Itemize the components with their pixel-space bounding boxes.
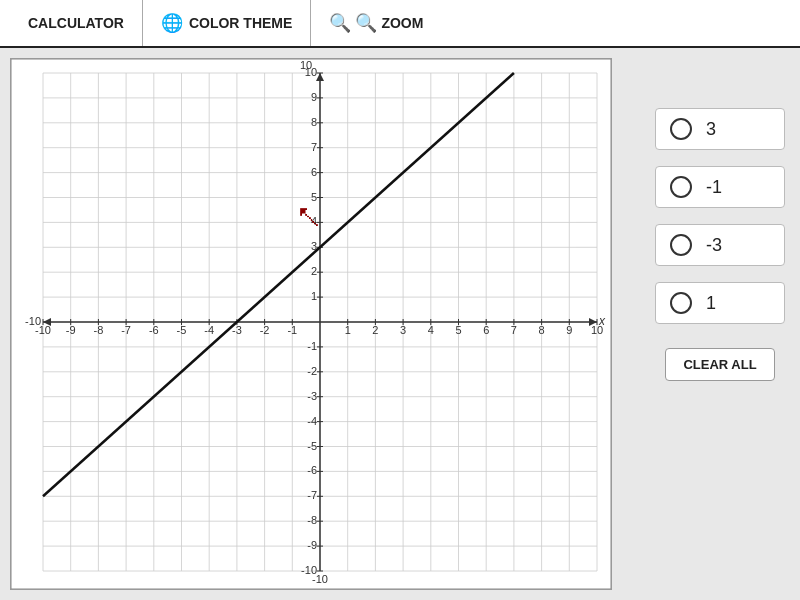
- answer-panel: 3 -1 -3 1 CLEAR ALL: [640, 48, 800, 600]
- zoom-in-icon[interactable]: 🔍: [355, 12, 377, 34]
- zoom-group: 🔍 🔍 ZOOM: [311, 0, 441, 46]
- option-1[interactable]: 1: [655, 282, 785, 324]
- graph-area: ⭦: [0, 48, 640, 600]
- calculator-button[interactable]: CALCULATOR: [10, 0, 143, 46]
- radio-1[interactable]: [670, 292, 692, 314]
- clear-all-button[interactable]: CLEAR ALL: [665, 348, 775, 381]
- zoom-label: ZOOM: [381, 15, 423, 31]
- option-neg3[interactable]: -3: [655, 224, 785, 266]
- option-3[interactable]: 3: [655, 108, 785, 150]
- radio-neg3[interactable]: [670, 234, 692, 256]
- label-neg3: -3: [706, 235, 722, 256]
- main-content: ⭦ 3 -1 -3 1 CLEAR ALL: [0, 48, 800, 600]
- zoom-out-icon[interactable]: 🔍: [329, 12, 351, 34]
- color-theme-icon: 🌐: [161, 12, 183, 34]
- toolbar: CALCULATOR 🌐 COLOR THEME 🔍 🔍 ZOOM: [0, 0, 800, 48]
- coordinate-graph: [10, 58, 612, 590]
- option-neg1[interactable]: -1: [655, 166, 785, 208]
- color-theme-label: COLOR THEME: [189, 15, 292, 31]
- color-theme-button[interactable]: 🌐 COLOR THEME: [143, 0, 311, 46]
- radio-3[interactable]: [670, 118, 692, 140]
- label-neg1: -1: [706, 177, 722, 198]
- radio-neg1[interactable]: [670, 176, 692, 198]
- label-3: 3: [706, 119, 716, 140]
- label-1: 1: [706, 293, 716, 314]
- calculator-label: CALCULATOR: [28, 15, 124, 31]
